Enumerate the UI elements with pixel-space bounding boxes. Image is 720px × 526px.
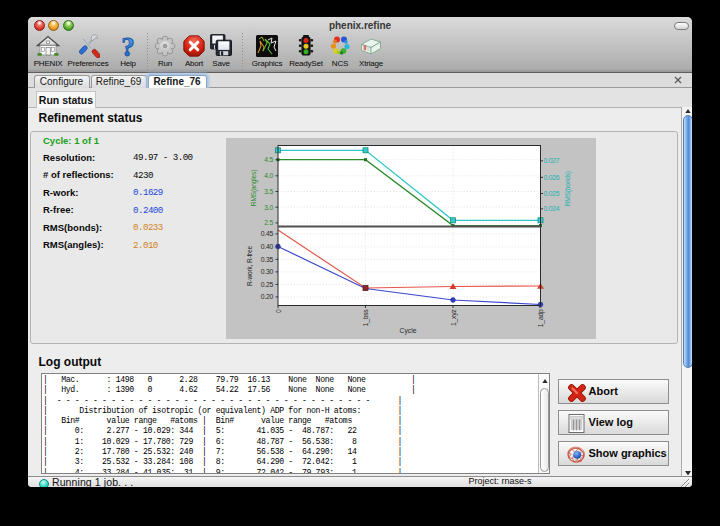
svg-text:0.024: 0.024 xyxy=(544,205,560,212)
svg-text:0.20: 0.20 xyxy=(261,293,274,300)
svg-text:RMS(angles): RMS(angles) xyxy=(250,170,258,206)
svg-text:0.45: 0.45 xyxy=(261,230,274,237)
svg-text:R-work, R-free: R-work, R-free xyxy=(246,245,253,286)
svg-text:0.30: 0.30 xyxy=(261,268,274,275)
svg-text:0.027: 0.027 xyxy=(544,157,560,164)
svg-text:1_xyz: 1_xyz xyxy=(450,309,458,326)
svg-text:2.5: 2.5 xyxy=(264,219,273,226)
svg-text:1_bss: 1_bss xyxy=(362,309,370,327)
svg-text:1_adp: 1_adp xyxy=(537,309,545,327)
svg-text:4.5: 4.5 xyxy=(264,156,273,163)
svg-text:0: 0 xyxy=(275,309,282,313)
svg-text:3.0: 3.0 xyxy=(264,204,273,211)
svg-text:?: ? xyxy=(121,34,135,60)
svg-text:0.25: 0.25 xyxy=(261,281,274,288)
svg-text:4.0: 4.0 xyxy=(264,172,273,179)
svg-text:3.5: 3.5 xyxy=(264,188,273,195)
svg-text:RMS(bonds): RMS(bonds) xyxy=(564,171,572,206)
svg-text:0.40: 0.40 xyxy=(261,243,274,250)
svg-text:0.026: 0.026 xyxy=(544,174,560,181)
svg-text:0.025: 0.025 xyxy=(544,190,560,197)
svg-text:Cycle: Cycle xyxy=(400,327,417,335)
svg-text:0.35: 0.35 xyxy=(261,256,274,263)
